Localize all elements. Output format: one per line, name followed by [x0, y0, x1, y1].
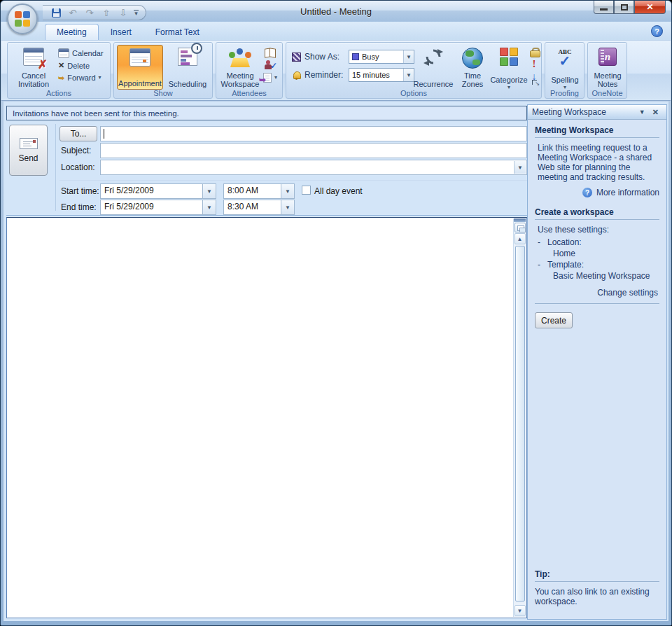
end-date-picker[interactable]: Fri 5/29/2009 ▼ — [100, 200, 216, 215]
start-time-picker[interactable]: 8:00 AM ▼ — [223, 183, 295, 199]
pane-body: Meeting Workspace Link this meeting requ… — [528, 120, 666, 619]
cancel-invitation-button[interactable]: ✗ Cancel Invitation — [12, 45, 55, 90]
location-dropdown-icon[interactable]: ▼ — [514, 161, 526, 174]
busy-color-icon — [352, 53, 359, 60]
high-importance-button[interactable]: ! — [533, 58, 536, 70]
check-names-icon: ✓ — [265, 60, 276, 70]
scroll-up-icon[interactable]: ▲ — [514, 233, 526, 244]
to-input[interactable] — [100, 126, 527, 141]
all-day-event-checkbox[interactable] — [302, 186, 311, 195]
cancel-invitation-icon: ✗ — [23, 48, 44, 66]
save-icon — [52, 8, 61, 18]
onenote-icon: n — [598, 48, 617, 66]
change-settings-link[interactable]: Change settings — [535, 288, 658, 298]
categorize-button[interactable]: Categorize ▾ — [489, 45, 528, 90]
split-handle[interactable] — [514, 218, 526, 222]
office-logo-icon — [15, 11, 30, 27]
check-names-button[interactable]: ✓ — [265, 59, 276, 71]
meeting-workspace-button[interactable]: Meeting Workspace — [218, 45, 262, 90]
help-button[interactable]: ? — [651, 25, 663, 37]
start-time-dropdown-icon[interactable]: ▼ — [281, 184, 294, 198]
calendar-button[interactable]: Calendar — [58, 47, 110, 60]
save-button[interactable] — [50, 6, 62, 19]
tab-format-text[interactable]: Format Text — [144, 24, 211, 41]
pane-menu-icon: ▼ — [639, 109, 645, 116]
office-button[interactable] — [7, 4, 38, 34]
next-item-button[interactable]: ⇩ — [117, 6, 130, 19]
to-button[interactable]: To... — [59, 126, 97, 141]
more-information-icon: ? — [582, 188, 592, 197]
options-group-label[interactable]: Options — [286, 89, 541, 97]
options-dialog-launcher-icon[interactable] — [531, 79, 540, 88]
time-zones-button[interactable]: Time Zones — [457, 45, 488, 90]
body-scrollbar[interactable]: ▲ ▼ — [513, 218, 526, 617]
redo-icon: ↷ — [86, 8, 94, 18]
responses-button[interactable]: ➥▾ — [263, 71, 277, 84]
ribbon-group-show: Appointment Scheduling Show — [113, 42, 213, 99]
address-book-icon — [265, 48, 276, 57]
scroll-down-icon[interactable]: ▼ — [514, 605, 526, 616]
start-date-picker[interactable]: Fri 5/29/2009 ▼ — [100, 183, 216, 199]
send-button[interactable]: Send — [9, 125, 48, 176]
settings-intro: Use these settings: — [538, 225, 659, 235]
scroll-thumb[interactable] — [515, 246, 525, 601]
subject-input[interactable] — [100, 143, 527, 158]
recurrence-button[interactable]: Recurrence — [411, 45, 456, 90]
spelling-button[interactable]: ABC✓ Spelling ▾ — [543, 45, 587, 90]
minimize-icon — [600, 8, 608, 11]
reminder-select[interactable]: 15 minutes ▼ — [349, 68, 414, 82]
ribbon-group-onenote: n Meeting Notes OneNote — [587, 42, 627, 99]
text-caret — [104, 129, 104, 139]
forward-button[interactable]: ➥ Forward ▾ — [58, 71, 110, 84]
show-as-select[interactable]: Busy ▼ — [349, 50, 414, 64]
end-time-picker[interactable]: 8:30 AM ▼ — [223, 200, 295, 215]
ribbon: ✗ Cancel Invitation Calendar ✕ Delete ➥ … — [1, 40, 671, 101]
delete-button[interactable]: ✕ Delete — [58, 60, 110, 72]
start-date-dropdown-icon[interactable]: ▼ — [202, 184, 216, 198]
send-envelope-icon — [20, 138, 38, 149]
proofing-group-label[interactable]: Proofing — [545, 89, 584, 97]
create-workspace-button[interactable]: Create — [535, 312, 573, 328]
workspace-location-value: Home — [553, 249, 659, 258]
ribbon-tab-strip: Meeting Insert Format Text — [1, 22, 671, 40]
maximize-icon — [621, 4, 628, 11]
pane-header: Meeting Workspace ▼ ✕ — [528, 105, 666, 120]
address-book-button[interactable] — [265, 46, 276, 59]
scheduling-button[interactable]: Scheduling — [164, 45, 211, 90]
end-date-dropdown-icon[interactable]: ▼ — [202, 200, 216, 214]
more-information-link[interactable]: More information — [596, 188, 659, 197]
recurrence-icon — [423, 48, 444, 67]
private-button[interactable] — [530, 46, 539, 58]
end-time-label: End time: — [61, 202, 97, 212]
tab-meeting[interactable]: Meeting — [45, 24, 99, 41]
previous-item-button[interactable]: ⇧ — [100, 6, 113, 19]
customize-qat-button[interactable]: ▾ — [134, 10, 139, 15]
maximize-button[interactable] — [614, 1, 634, 14]
close-button[interactable]: ✕ — [634, 1, 666, 14]
end-time-dropdown-icon[interactable]: ▼ — [281, 200, 294, 214]
pane-close-button[interactable]: ✕ — [649, 108, 662, 117]
show-group-label[interactable]: Show — [114, 89, 212, 97]
undo-button[interactable]: ↶ — [66, 6, 79, 19]
tab-insert[interactable]: Insert — [99, 24, 144, 41]
create-workspace-title: Create a workspace — [535, 207, 659, 220]
client-area: Invitations have not been sent for this … — [4, 102, 668, 621]
pane-divider — [535, 303, 659, 304]
private-lock-icon — [530, 48, 539, 57]
message-body[interactable]: ▲ ▼ — [6, 217, 527, 618]
location-label: Location: — [61, 162, 95, 172]
meeting-notes-button[interactable]: n Meeting Notes — [586, 45, 629, 90]
view-ruler-button[interactable] — [514, 223, 526, 232]
location-combobox[interactable]: ▼ — [100, 160, 527, 175]
redo-button[interactable]: ↷ — [83, 6, 96, 19]
pane-close-icon: ✕ — [652, 108, 659, 116]
pane-menu-button[interactable]: ▼ — [636, 109, 649, 116]
minimize-button[interactable] — [594, 1, 614, 14]
forward-dropdown-icon: ▾ — [99, 76, 102, 80]
responses-dropdown-icon: ▾ — [274, 76, 277, 80]
appointment-button[interactable]: Appointment — [117, 45, 163, 90]
onenote-group-label[interactable]: OneNote — [588, 89, 626, 97]
actions-group-label[interactable]: Actions — [8, 89, 110, 97]
tip-title: Tip: — [535, 569, 659, 582]
attendees-group-label[interactable]: Attendees — [216, 89, 282, 97]
